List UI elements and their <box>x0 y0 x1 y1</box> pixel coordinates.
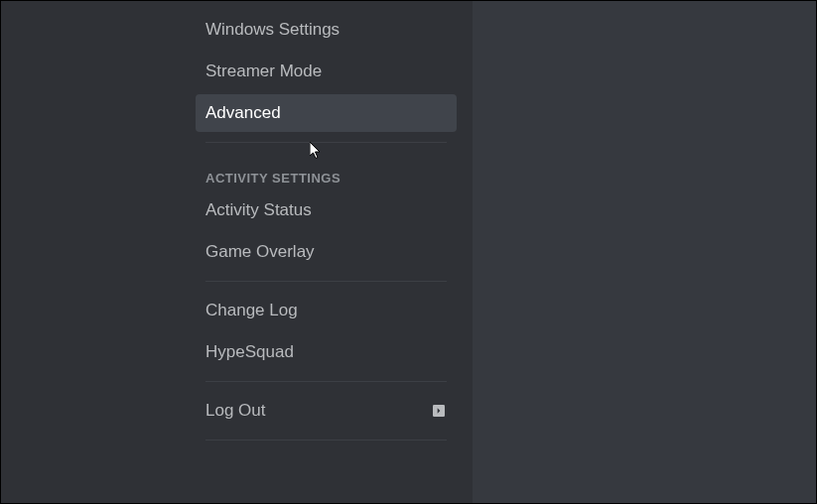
separator <box>205 142 447 143</box>
sidebar-item-streamer-mode[interactable]: Streamer Mode <box>196 53 457 90</box>
sidebar-item-windows-settings[interactable]: Windows Settings <box>196 11 457 49</box>
sidebar-item-label: HypeSquad <box>205 341 294 363</box>
sidebar-item-label: Log Out <box>205 400 266 422</box>
sidebar-item-activity-status[interactable]: Activity Status <box>196 191 457 229</box>
logout-icon <box>431 403 447 419</box>
sidebar-item-hypesquad[interactable]: HypeSquad <box>196 333 457 371</box>
sidebar-item-logout[interactable]: Log Out <box>196 392 457 430</box>
sidebar-item-label: Activity Status <box>205 199 312 221</box>
sidebar-item-label: Streamer Mode <box>205 61 322 82</box>
section-header-activity: ACTIVITY SETTINGS <box>196 153 457 191</box>
sidebar-item-advanced[interactable]: Advanced <box>196 94 457 132</box>
sidebar-item-label: Advanced <box>205 102 281 124</box>
sidebar-item-label: Game Overlay <box>205 241 315 263</box>
settings-sidebar: Windows Settings Streamer Mode Advanced … <box>1 1 473 503</box>
separator <box>205 281 447 282</box>
separator <box>205 381 447 382</box>
sidebar-item-game-overlay[interactable]: Game Overlay <box>196 233 457 271</box>
sidebar-item-label: Change Log <box>205 300 298 321</box>
sidebar-item-label: Windows Settings <box>205 19 340 41</box>
sidebar-item-change-log[interactable]: Change Log <box>196 292 457 329</box>
separator <box>205 440 447 441</box>
content-area <box>473 1 816 503</box>
